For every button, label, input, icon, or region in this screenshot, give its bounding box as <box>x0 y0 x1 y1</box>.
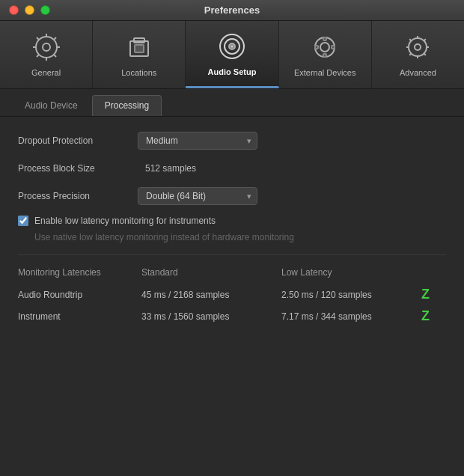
svg-rect-19 <box>323 37 326 40</box>
svg-line-8 <box>54 37 56 40</box>
maximize-button[interactable] <box>40 5 50 15</box>
locations-icon <box>123 31 156 64</box>
toolbar-audio-setup-label: Audio Setup <box>208 67 257 76</box>
dropout-protection-select[interactable]: Minimum Low Medium High Maximum <box>138 132 257 150</box>
svg-line-6 <box>37 37 39 40</box>
process-block-size-control: 512 samples <box>138 160 204 177</box>
close-button[interactable] <box>9 5 19 15</box>
svg-line-31 <box>424 39 426 40</box>
tabs: Audio Device Processing <box>0 89 464 117</box>
enable-low-latency-checkbox[interactable] <box>18 216 28 226</box>
titlebar: Preferences <box>0 0 464 21</box>
audio-roundtrip-standard: 45 ms / 2168 samples <box>141 284 281 305</box>
svg-point-1 <box>43 43 50 51</box>
toolbar-item-external-devices[interactable]: External Devices <box>279 21 372 88</box>
advanced-icon <box>401 31 434 64</box>
toolbar-item-advanced[interactable]: Advanced <box>372 21 464 88</box>
enable-low-latency-label[interactable]: Enable low latency monitoring for instru… <box>34 216 216 226</box>
latency-header-name: Monitoring Latencies <box>18 266 141 284</box>
toolbar-external-devices-label: External Devices <box>294 68 356 77</box>
toolbar-advanced-label: Advanced <box>400 68 436 77</box>
instrument-name: Instrument <box>18 305 141 327</box>
process-precision-label: Process Precision <box>18 191 138 201</box>
general-icon <box>30 31 63 64</box>
svg-point-0 <box>36 37 57 58</box>
toolbar-item-general[interactable]: General <box>0 21 93 88</box>
svg-point-24 <box>415 44 421 50</box>
process-precision-select[interactable]: Single (32 Bit) Double (64 Bit) <box>138 187 257 205</box>
svg-point-23 <box>409 38 427 56</box>
toolbar-general-label: General <box>31 68 61 77</box>
svg-rect-21 <box>315 46 318 49</box>
svg-line-29 <box>410 39 412 40</box>
settings-panel: Dropout Protection Minimum Low Medium Hi… <box>0 117 464 342</box>
audio-setup-icon <box>216 30 248 63</box>
instrument-standard: 33 ms / 1560 samples <box>141 305 281 327</box>
latency-header-low-latency: Low Latency <box>281 266 421 284</box>
audio-roundtrip-indicator: Z <box>421 284 446 305</box>
toolbar: General Locations Audio Setup <box>0 21 464 89</box>
process-precision-control[interactable]: Single (32 Bit) Double (64 Bit) <box>138 187 257 205</box>
svg-line-9 <box>37 55 39 57</box>
latency-table: Monitoring Latencies Standard Low Latenc… <box>18 266 446 327</box>
audio-roundtrip-low-latency: 2.50 ms / 120 samples <box>281 284 421 305</box>
latency-row-instrument: Instrument 33 ms / 1560 samples 7.17 ms … <box>18 305 446 327</box>
latency-header-standard: Standard <box>141 266 281 284</box>
svg-rect-22 <box>332 46 335 49</box>
process-block-size-row: Process Block Size 512 samples <box>18 160 446 177</box>
main-wrapper: Audio Device Processing Dropout Protecti… <box>0 89 464 476</box>
instrument-z-icon: Z <box>421 308 430 323</box>
process-precision-row: Process Precision Single (32 Bit) Double… <box>18 187 446 205</box>
tab-processing[interactable]: Processing <box>92 95 162 116</box>
instrument-indicator: Z <box>421 305 446 327</box>
svg-line-30 <box>424 54 426 55</box>
svg-point-16 <box>231 45 233 47</box>
latency-header-icon <box>421 266 446 284</box>
instrument-low-latency: 7.17 ms / 344 samples <box>281 305 421 327</box>
external-devices-icon <box>308 31 341 64</box>
audio-roundtrip-z-icon: Z <box>421 287 430 302</box>
svg-rect-12 <box>135 45 144 52</box>
toolbar-item-locations[interactable]: Locations <box>93 21 186 88</box>
window-title: Preferences <box>204 4 260 16</box>
dropout-protection-label: Dropout Protection <box>18 135 138 146</box>
enable-low-latency-row: Enable low latency monitoring for instru… <box>18 216 446 226</box>
toolbar-locations-label: Locations <box>121 68 156 77</box>
latency-section: Monitoring Latencies Standard Low Latenc… <box>18 254 446 327</box>
process-block-size-value: 512 samples <box>138 160 204 177</box>
svg-point-18 <box>320 43 329 52</box>
svg-rect-20 <box>323 54 326 57</box>
dropout-protection-row: Dropout Protection Minimum Low Medium Hi… <box>18 132 446 150</box>
window-controls <box>9 5 50 15</box>
latency-row-audio-roundtrip: Audio Roundtrip 45 ms / 2168 samples 2.5… <box>18 284 446 305</box>
svg-line-7 <box>54 55 56 57</box>
tab-audio-device[interactable]: Audio Device <box>12 95 91 116</box>
dropout-protection-control[interactable]: Minimum Low Medium High Maximum <box>138 132 257 150</box>
native-monitoring-label: Use native low latency monitoring instea… <box>18 232 446 242</box>
toolbar-item-audio-setup[interactable]: Audio Setup <box>186 21 278 88</box>
minimize-button[interactable] <box>25 5 34 15</box>
audio-roundtrip-name: Audio Roundtrip <box>18 284 141 305</box>
svg-line-32 <box>410 54 412 55</box>
process-block-size-label: Process Block Size <box>18 163 138 174</box>
